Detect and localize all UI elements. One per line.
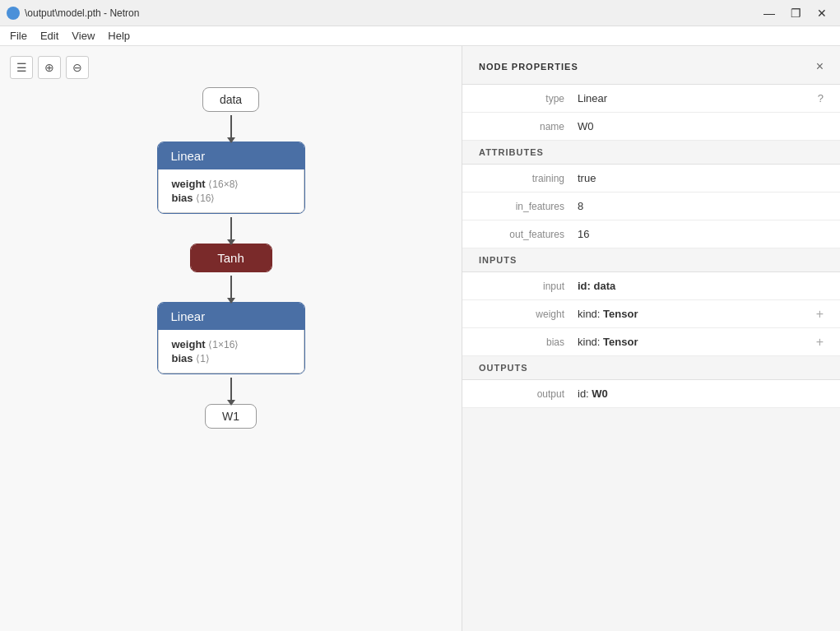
output-node[interactable]: W1 [205, 404, 257, 429]
zoom-out-button[interactable]: ⊖ [66, 56, 89, 79]
zoom-in-button[interactable]: ⊕ [38, 56, 61, 79]
training-row: training true [462, 165, 840, 193]
panel-header: NODE PROPERTIES × [462, 46, 840, 85]
in-features-label: in_features [479, 201, 578, 212]
weight-label: weight [479, 309, 578, 320]
input-row: input id: data [462, 272, 840, 300]
window-title: \output\model.pth - Netron [25, 7, 139, 19]
bias-row: bias kind: Tensor + [462, 328, 840, 356]
out-features-label: out_features [479, 229, 578, 240]
linear-2-node[interactable]: Linear weight ⟨1×16⟩ bias ⟨1⟩ [157, 302, 305, 374]
weight-expand-button[interactable]: + [816, 307, 824, 322]
menu-file[interactable]: File [3, 28, 34, 44]
bias-expand-button[interactable]: + [816, 335, 824, 350]
menu-help[interactable]: Help [101, 28, 137, 44]
bias-value: kind: Tensor [578, 336, 816, 348]
input-label: input [479, 281, 578, 292]
type-row: type Linear ? [462, 85, 840, 113]
type-help[interactable]: ? [818, 92, 824, 104]
app-icon [7, 7, 20, 20]
arrow-2 [230, 217, 232, 240]
training-label: training [479, 173, 578, 184]
in-features-value: 8 [578, 200, 824, 212]
arrow-1 [230, 115, 232, 138]
close-button[interactable]: ✕ [810, 3, 833, 23]
tanh-node[interactable]: Tanh [190, 244, 272, 272]
bias-label: bias [479, 336, 578, 348]
name-value: W0 [578, 120, 824, 132]
menu-edit[interactable]: Edit [34, 28, 65, 44]
output-label: output [479, 388, 578, 400]
type-label: type [479, 93, 578, 104]
toolbar: ☰ ⊕ ⊖ [10, 56, 89, 79]
menu-bar: File Edit View Help [0, 26, 840, 46]
outputs-section-header: OUTPUTS [462, 356, 840, 380]
linear-1-node[interactable]: Linear weight ⟨16×8⟩ bias ⟨16⟩ [157, 142, 305, 214]
window-controls: — ❐ ✕ [758, 3, 833, 23]
linear-2-bias: bias ⟨1⟩ [172, 352, 290, 364]
output-row: output id: W0 [462, 380, 840, 408]
inputs-section-header: INPUTS [462, 248, 840, 272]
linear-2-weight: weight ⟨1×16⟩ [172, 338, 290, 350]
minimize-button[interactable]: — [758, 3, 781, 23]
linear-1-bias: bias ⟨16⟩ [172, 192, 290, 204]
type-value: Linear [578, 92, 811, 104]
attributes-section-header: ATTRIBUTES [462, 141, 840, 165]
out-features-value: 16 [578, 228, 824, 240]
name-label: name [479, 121, 578, 132]
linear-1-weight: weight ⟨16×8⟩ [172, 178, 290, 190]
input-node[interactable]: data [202, 87, 259, 112]
panel-title: NODE PROPERTIES [479, 62, 578, 72]
training-value: true [578, 172, 824, 184]
title-bar: \output\model.pth - Netron — ❐ ✕ [0, 0, 840, 26]
canvas-area: ☰ ⊕ ⊖ data Linear weight ⟨16×8⟩ [0, 46, 462, 631]
main-layout: ☰ ⊕ ⊖ data Linear weight ⟨16×8⟩ [0, 46, 840, 631]
out-features-row: out_features 16 [462, 220, 840, 248]
panel-close-button[interactable]: × [816, 59, 824, 74]
linear-1-header: Linear [158, 142, 304, 169]
linear-2-body: weight ⟨1×16⟩ bias ⟨1⟩ [158, 330, 304, 373]
tanh-header: Tanh [191, 244, 271, 271]
arrow-3 [230, 276, 232, 299]
menu-view[interactable]: View [65, 28, 101, 44]
right-panel: NODE PROPERTIES × type Linear ? name W0 … [462, 46, 840, 631]
input-value: id: data [578, 280, 824, 292]
graph-container: data Linear weight ⟨16×8⟩ bias ⟨16⟩ [157, 87, 305, 429]
output-value: id: W0 [578, 387, 824, 400]
weight-row: weight kind: Tensor + [462, 300, 840, 328]
in-features-row: in_features 8 [462, 193, 840, 220]
linear-2-header: Linear [158, 303, 304, 330]
maximize-button[interactable]: ❐ [784, 3, 807, 23]
weight-value: kind: Tensor [578, 308, 816, 320]
list-button[interactable]: ☰ [10, 56, 33, 79]
name-row: name W0 [462, 113, 840, 141]
arrow-4 [230, 378, 232, 401]
linear-1-body: weight ⟨16×8⟩ bias ⟨16⟩ [158, 169, 304, 213]
